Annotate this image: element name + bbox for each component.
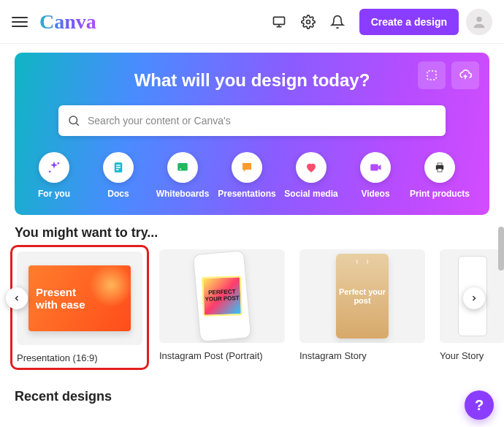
bell-icon[interactable] xyxy=(324,9,351,35)
gear-icon[interactable] xyxy=(295,9,321,35)
avatar[interactable] xyxy=(466,9,492,35)
canva-logo[interactable]: Canva xyxy=(39,10,96,34)
category-for-you[interactable]: For you xyxy=(35,152,73,199)
category-print[interactable]: Print products xyxy=(421,152,459,199)
template-row: Present with ease Presentation (16:9) PE… xyxy=(0,245,504,370)
category-label: Presentations xyxy=(218,189,275,199)
search-bar[interactable] xyxy=(58,105,446,136)
create-design-button[interactable]: Create a design xyxy=(359,9,459,35)
svg-marker-17 xyxy=(378,165,381,170)
template-label: Instagram Story xyxy=(299,350,425,361)
board-icon xyxy=(167,152,198,183)
instagram-post-thumb: PERFECT YOUR POST xyxy=(193,250,251,342)
heart-icon xyxy=(296,152,327,183)
category-presentations[interactable]: Presentations xyxy=(228,152,266,199)
category-social[interactable]: Social media xyxy=(292,152,330,199)
svg-rect-12 xyxy=(116,167,121,168)
print-icon xyxy=(424,152,455,183)
help-button[interactable]: ? xyxy=(465,390,494,420)
svg-point-15 xyxy=(180,168,181,170)
svg-rect-16 xyxy=(370,165,378,171)
template-label: Your Story xyxy=(440,350,504,361)
search-input[interactable] xyxy=(88,115,437,126)
svg-rect-14 xyxy=(177,163,188,171)
hero-banner: What will you design today? For youDocsW… xyxy=(15,53,489,215)
category-label: Videos xyxy=(361,189,389,199)
template-presentation[interactable]: Present with ease Presentation (16:9) xyxy=(17,252,142,363)
svg-point-9 xyxy=(49,171,51,173)
chevron-left-icon xyxy=(12,294,21,303)
svg-rect-0 xyxy=(273,17,284,24)
category-label: Docs xyxy=(107,189,129,199)
svg-point-4 xyxy=(476,16,481,21)
svg-rect-20 xyxy=(438,169,442,173)
category-docs[interactable]: Docs xyxy=(99,152,137,199)
chevron-right-icon xyxy=(470,294,478,303)
template-instagram-story[interactable]: Perfect your post Instagram Story xyxy=(299,249,425,366)
hero-title: What will you design today? xyxy=(29,70,475,91)
scrollbar-thumb[interactable] xyxy=(498,227,504,271)
template-instagram-post[interactable]: PERFECT YOUR POST Instagram Post (Portra… xyxy=(159,249,285,366)
category-label: For you xyxy=(38,189,70,199)
category-whiteboards[interactable]: Whiteboards xyxy=(164,152,202,199)
svg-point-6 xyxy=(69,116,77,124)
carousel-prev-button[interactable] xyxy=(6,287,28,309)
svg-point-3 xyxy=(306,20,310,23)
search-icon xyxy=(67,114,80,127)
category-videos[interactable]: Videos xyxy=(356,152,394,199)
recent-section-title: Recent designs xyxy=(15,389,112,404)
highlighted-template: Present with ease Presentation (16:9) xyxy=(10,245,149,370)
template-label: Instagram Post (Portrait) xyxy=(159,350,285,361)
menu-icon[interactable] xyxy=(12,14,28,30)
carousel-next-button[interactable] xyxy=(463,287,485,309)
svg-line-7 xyxy=(76,123,78,125)
svg-rect-11 xyxy=(116,165,121,166)
chat-icon xyxy=(232,152,262,183)
presentation-thumb: Present with ease xyxy=(28,265,131,331)
desktop-icon[interactable] xyxy=(266,9,292,35)
instagram-story-thumb: Perfect your post xyxy=(336,254,389,339)
category-label: Social media xyxy=(284,189,337,199)
video-icon xyxy=(360,152,391,183)
category-label: Whiteboards xyxy=(156,189,210,199)
app-header: Canva Create a design xyxy=(0,0,504,44)
sparkle-icon xyxy=(39,152,69,183)
category-label: Print products xyxy=(410,189,470,199)
svg-point-8 xyxy=(58,162,60,165)
category-row: For youDocsWhiteboardsPresentationsSocia… xyxy=(29,152,475,199)
svg-rect-13 xyxy=(116,169,119,170)
doc-icon xyxy=(103,152,134,183)
try-section-title: You might want to try... xyxy=(0,215,504,245)
svg-rect-19 xyxy=(438,163,442,165)
template-label: Presentation (16:9) xyxy=(17,352,142,363)
